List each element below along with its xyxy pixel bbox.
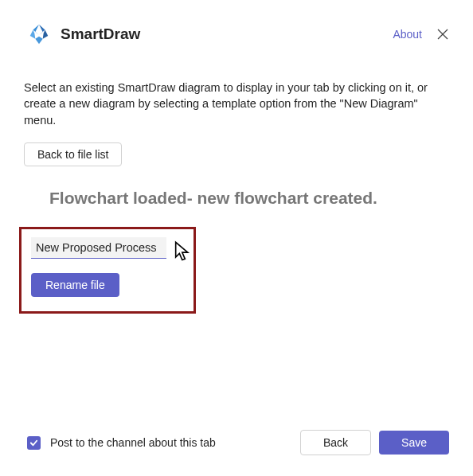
post-to-channel-option: Post to the channel about this tab xyxy=(27,436,300,450)
post-to-channel-label: Post to the channel about this tab xyxy=(50,436,216,449)
post-to-channel-checkbox[interactable] xyxy=(27,436,41,450)
app-title: SmartDraw xyxy=(61,25,393,43)
cursor-arrow-icon xyxy=(172,240,194,263)
rename-panel: Rename file xyxy=(19,227,196,314)
dialog-footer: Post to the channel about this tab Back … xyxy=(0,430,473,455)
instructions-text: Select an existing SmartDraw diagram to … xyxy=(0,51,473,128)
dialog-header: SmartDraw About xyxy=(0,0,473,51)
status-message: Flowchart loaded- new flowchart created. xyxy=(0,189,473,208)
filename-input[interactable] xyxy=(31,237,166,259)
rename-file-button[interactable]: Rename file xyxy=(31,273,119,297)
smartdraw-logo-icon xyxy=(27,22,51,46)
about-link[interactable]: About xyxy=(393,28,422,41)
save-button[interactable]: Save xyxy=(379,431,449,455)
back-button[interactable]: Back xyxy=(300,430,371,455)
close-icon[interactable] xyxy=(436,28,449,41)
back-to-file-list-button[interactable]: Back to file list xyxy=(24,142,122,166)
